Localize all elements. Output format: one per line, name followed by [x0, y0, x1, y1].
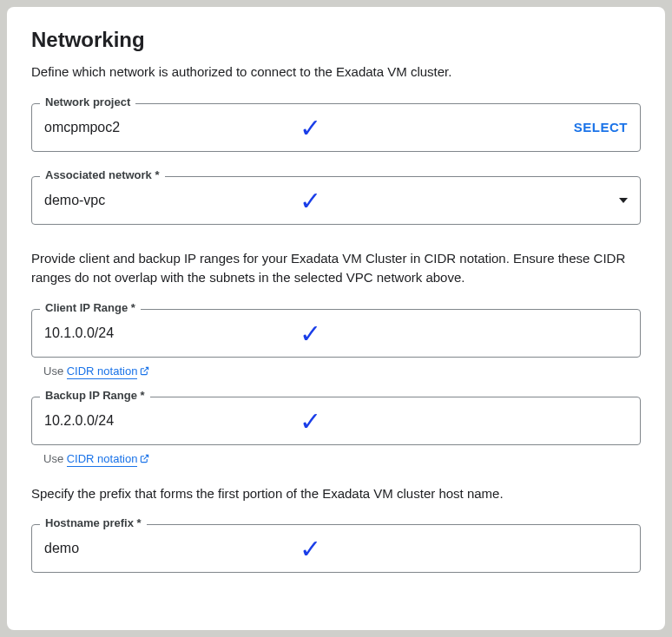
svg-line-0: [144, 367, 148, 371]
associated-network-field: Associated network * demo-vpc ✓: [31, 176, 641, 225]
hostname-prefix-label: Hostname prefix *: [40, 516, 147, 529]
client-ip-input-box[interactable]: ✓: [31, 309, 641, 358]
chevron-down-icon: [619, 198, 628, 203]
network-project-field: Network project ✓ SELECT: [31, 103, 641, 152]
checkmark-icon: ✓: [300, 318, 321, 348]
hostname-prefix-input-box[interactable]: ✓: [31, 524, 641, 573]
section-title: Networking: [31, 28, 641, 52]
associated-network-select[interactable]: demo-vpc ✓: [31, 176, 641, 225]
cidr-notation-link[interactable]: CIDR notation: [67, 364, 138, 379]
associated-network-label: Associated network *: [40, 168, 165, 181]
checkmark-icon: ✓: [300, 185, 321, 215]
section-intro: Define which network is authorized to co…: [31, 62, 641, 82]
checkmark-icon: ✓: [300, 405, 321, 436]
client-ip-input[interactable]: [44, 325, 628, 341]
backup-ip-field: Backup IP Range * ✓: [31, 397, 641, 445]
hostname-prefix-field: Hostname prefix * ✓: [31, 524, 641, 573]
hostname-prefix-input[interactable]: [44, 541, 628, 556]
hint-prefix: Use: [43, 364, 67, 378]
cidr-info-paragraph: Provide client and backup IP ranges for …: [31, 249, 641, 288]
networking-panel: Networking Define which network is autho…: [7, 7, 665, 630]
external-link-icon: [140, 366, 149, 376]
svg-line-1: [144, 455, 148, 459]
backup-ip-input-box[interactable]: ✓: [31, 397, 641, 445]
hostname-info-paragraph: Specify the prefix that forms the first …: [31, 484, 641, 504]
backup-ip-input[interactable]: [44, 413, 628, 429]
network-project-input-box[interactable]: ✓ SELECT: [31, 103, 641, 152]
backup-ip-label: Backup IP Range *: [40, 389, 150, 402]
client-ip-label: Client IP Range *: [40, 301, 141, 314]
backup-ip-hint: Use CIDR notation: [43, 452, 641, 465]
external-link-icon: [140, 454, 149, 463]
associated-network-value: demo-vpc: [44, 193, 619, 208]
hint-prefix: Use: [43, 452, 67, 465]
network-project-label: Network project: [40, 95, 135, 108]
select-button[interactable]: SELECT: [574, 120, 628, 135]
checkmark-icon: ✓: [300, 112, 321, 142]
cidr-notation-link[interactable]: CIDR notation: [67, 452, 138, 467]
checkmark-icon: ✓: [300, 534, 321, 564]
client-ip-hint: Use CIDR notation: [43, 364, 641, 378]
client-ip-field: Client IP Range * ✓: [31, 309, 641, 358]
